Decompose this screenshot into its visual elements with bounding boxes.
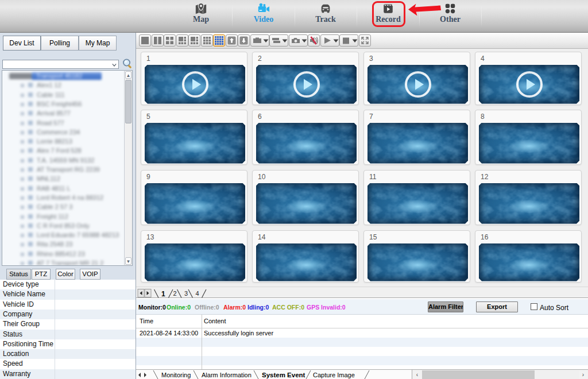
svg-text:1: 1 [161, 290, 165, 298]
svg-text:Monitoring: Monitoring [161, 372, 191, 378]
svg-text:Capture Image: Capture Image [313, 372, 355, 378]
svg-text:4: 4 [196, 290, 199, 297]
svg-text:3: 3 [184, 290, 188, 297]
svg-text:Alarm Information: Alarm Information [202, 372, 252, 378]
svg-text:2: 2 [173, 290, 177, 297]
svg-text:System Event: System Event [262, 372, 305, 378]
